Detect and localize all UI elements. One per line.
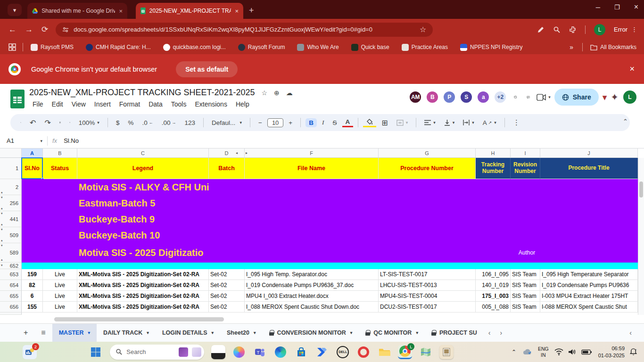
vertical-align-button[interactable]: ▾ [441,119,458,127]
text-color-button[interactable]: A [342,118,354,128]
volume-icon[interactable] [568,348,577,355]
cell-H656[interactable]: 005_I_088 [476,302,511,313]
cell-A655[interactable]: 6 [22,291,43,302]
sheet-tab-master[interactable]: MASTER▾ [52,324,97,342]
cell-I653[interactable]: SIS Team [511,269,540,280]
taskbar-search-input[interactable]: Search [110,345,204,360]
toolbar-search-icon[interactable] [17,119,25,126]
cell-F655[interactable]: MPU4 I_003 Extract Heater.docx [245,291,379,302]
corner-select-all[interactable] [0,148,22,158]
number-format-button[interactable]: 123 [181,118,198,127]
language-indicator[interactable]: ENGIN [538,346,549,358]
side-panel-collapse-icon[interactable]: ‹ [625,329,636,337]
search-highlight-icon-1[interactable] [179,347,188,357]
cell-J655[interactable]: I-003 MPU4 Extract Heater 175HT [540,291,638,302]
undo-icon[interactable]: ↶ [26,117,39,128]
redo-icon[interactable]: ↷ [41,117,54,128]
sheet-tab-project-su[interactable]: PROJECT SU [425,324,484,342]
app-notepad-icon[interactable] [211,345,225,359]
cell-I655[interactable]: SIS Team [511,291,540,302]
app-teams-icon[interactable]: T [253,345,267,359]
cell-J653[interactable]: I_095 High Temperature Separator [540,269,638,280]
star-icon[interactable]: ☆ [262,89,268,97]
group-row-509[interactable]: Buckeye-Batch 10 [22,227,638,243]
cell-A653[interactable]: 159 [22,269,43,280]
row-header-654[interactable]: 654 [0,280,22,291]
app-maps-icon[interactable] [419,345,433,359]
app-dell-icon[interactable]: DELL [336,345,350,359]
menu-format[interactable]: Format [116,99,143,109]
horizontal-align-button[interactable]: ▾ [421,119,439,126]
add-sheet-icon[interactable]: + [17,329,34,337]
vertical-scrollbar[interactable] [638,158,644,315]
cell-D1[interactable]: Batch [209,158,245,179]
sheet-tab-sheet20[interactable]: Sheet20▾ [220,324,262,342]
back-icon[interactable]: ← [8,25,17,34]
cell-B1[interactable]: Status [43,158,77,179]
bookmark-item[interactable]: quickbase.com logi... [163,44,226,51]
sheets-logo[interactable] [10,90,25,108]
format-percent-button[interactable]: % [124,118,137,127]
share-button[interactable]: Share [554,89,599,106]
borders-button[interactable]: ⊞ [378,117,391,128]
row-header-256[interactable]: ▾▴256 [0,195,22,211]
notification-bell-icon[interactable]: z [629,348,637,356]
menu-view[interactable]: View [68,99,89,109]
merge-cells-button[interactable]: ▾ [393,119,412,127]
sheet-tab-conversion-monitor[interactable]: CONVERSION MONITOR▾ [263,324,359,342]
row-header-589[interactable]: ▾▴589 [0,243,22,263]
collaborator-overflow[interactable]: +2 [494,90,507,104]
app-power-automate-icon[interactable] [315,345,329,359]
bold-button[interactable]: B [305,118,317,127]
cell-C654[interactable]: XML-Motiva SIS - 2025 Digitization-Set 0… [77,280,209,291]
group-row-441[interactable]: Buckeye-Batch 9 [22,211,638,227]
menu-tools[interactable]: Tools [168,99,190,109]
bookmark-item[interactable]: CMH Rapid Care: H... [86,44,151,51]
wifi-icon[interactable] [554,348,563,355]
row-header-509[interactable]: ▾▴509 [0,227,22,243]
vertical-scrollbar-thumb[interactable] [639,181,643,197]
row-652[interactable] [22,263,638,269]
col-header-G[interactable]: G [379,148,476,158]
share-dropdown-arrow[interactable]: ▾ [603,92,607,103]
close-icon[interactable]: × [119,8,123,15]
maximize-button[interactable]: ❐ [614,4,620,11]
menu-data[interactable]: Data [145,99,166,109]
cloud-status-icon[interactable]: ☁ [286,89,293,97]
group-row-256[interactable]: Eastman-Batch 5 [22,195,638,211]
cell-D656[interactable]: Set-02 [209,302,245,313]
menu-insert[interactable]: Insert [91,99,114,109]
more-options-button[interactable]: ⋮ [510,117,523,128]
cell-B655[interactable]: Live [43,291,77,302]
row-header-partial[interactable] [0,313,22,315]
bookmark-item[interactable]: Raysoft Forum [238,44,285,51]
hidden-column-left-arrow[interactable]: ◂ [236,151,238,155]
cell-H655[interactable]: 175_I_003 [476,291,511,302]
extensions-icon[interactable] [569,26,577,33]
cell-D654[interactable]: Set-02 [209,280,245,291]
document-title[interactable]: 2025-NEW_XML-PROJECT TRACKING SHEET-2021… [29,88,255,98]
widgets-weather-icon[interactable]: 2 [23,345,37,359]
group-collapse-icon[interactable]: ▾ [1,263,3,267]
text-wrap-button[interactable]: ▾ [460,119,478,126]
cell-F656[interactable]: I_088 MEROX Spent Caustic Shut Down.doc [245,302,379,313]
cell-G1[interactable]: Procedure Number [379,158,476,179]
row-header-2[interactable]: ▴2 [0,179,22,195]
col-header-F[interactable]: F [245,148,379,158]
cell-A1[interactable]: Sl.No [22,158,43,179]
bookmark-item[interactable]: Raysoft PMS [31,44,74,51]
tray-expand-icon[interactable]: ⌃ [512,349,516,355]
app-file-explorer-icon[interactable] [377,345,391,359]
sheet-tab-login-details[interactable]: LOGIN DETAILS▾ [156,324,220,342]
cell-C653[interactable]: XML-Motiva SIS - 2025 Digitization-Set 0… [77,269,209,280]
cell-H653[interactable]: 106_I_095 [476,269,511,280]
increase-decimals-button[interactable]: .00→ [158,118,180,127]
browser-tab-sheet[interactable]: 2025-NEW_XML-PROJECT TRA × [136,3,243,19]
cell-B653[interactable]: Live [43,269,77,280]
zoom-select[interactable]: 100%▾ [75,118,103,127]
window-close-button[interactable]: × [634,3,638,11]
cell-J656[interactable]: I-088 MEROX Spent Caustic Shut [540,302,638,313]
cell-D653[interactable]: Set-02 [209,269,245,280]
row-header-655[interactable]: 655 [0,291,22,302]
cell-F1[interactable]: File Name [245,158,379,179]
